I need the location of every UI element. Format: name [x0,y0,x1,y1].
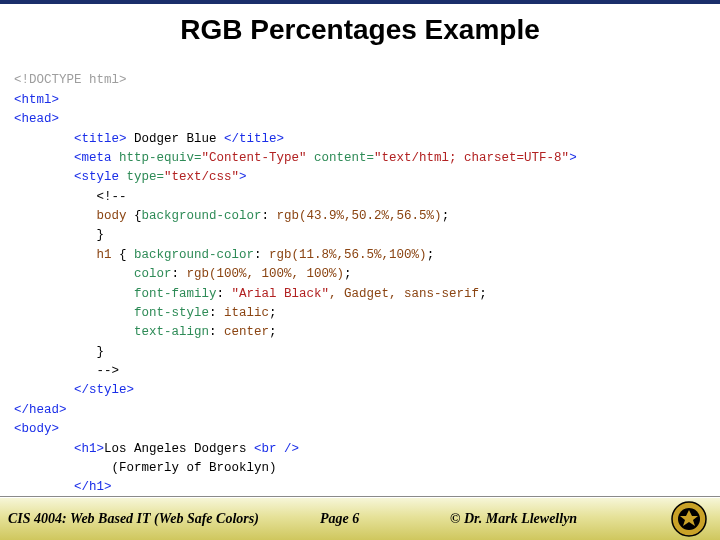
code-token: font-style [134,306,209,320]
ucf-logo-icon [664,499,714,539]
code-token: background-color [134,248,254,262]
code-token: > [569,151,577,165]
code-token: content= [307,151,375,165]
code-token: ; [269,325,277,339]
code-token: type= [119,170,164,184]
code-token: --> [97,364,120,378]
code-token: { [119,248,134,262]
code-token: </h1> [74,480,112,494]
code-token: http-equiv= [112,151,202,165]
code-token: italic [224,306,269,320]
code-token: ; [269,306,277,320]
code-token: sans-serif [404,287,479,301]
footer-author: © Dr. Mark Llewellyn [450,511,630,527]
code-token: <!DOCTYPE html> [14,73,127,87]
code-token: <style [74,170,119,184]
code-token: font-family [134,287,217,301]
code-token: ; [344,267,352,281]
code-token: <head> [14,112,59,126]
code-token: , Gadget, [329,287,404,301]
code-token: > [239,170,247,184]
code-token: (Formerly of Brooklyn) [112,461,277,475]
code-token: color [134,267,172,281]
code-token: rgb(11.8%,56.5%,100%) [269,248,427,262]
code-token: </head> [14,403,67,417]
code-token: background-color [142,209,262,223]
slide-title: RGB Percentages Example [0,4,720,52]
code-token: h1 [97,248,120,262]
code-token: : [209,325,224,339]
code-token: rgb(43.9%,50.2%,56.5%) [277,209,442,223]
code-token: body [97,209,135,223]
code-token: Los Angeles Dodgers [104,442,254,456]
code-token: } [97,345,105,359]
code-token: <!-- [97,190,127,204]
code-token: <br /> [254,442,299,456]
code-token: ; [427,248,435,262]
code-example: <!DOCTYPE html> <html> <head> <title> Do… [0,52,720,536]
code-token: { [134,209,142,223]
code-token: "Arial Black" [232,287,330,301]
code-token: Dodger Blue [127,132,225,146]
slide-footer: CIS 4004: Web Based IT (Web Safe Colors)… [0,496,720,540]
code-token: ; [442,209,450,223]
code-token: : [209,306,224,320]
code-token: "text/css" [164,170,239,184]
code-token: : [262,209,277,223]
code-token: "text/html; charset=UTF-8" [374,151,569,165]
code-token: ; [479,287,487,301]
code-token: : [217,287,232,301]
footer-course: CIS 4004: Web Based IT (Web Safe Colors) [0,511,320,527]
code-token: rgb(100%, 100%, 100%) [187,267,345,281]
code-token: <h1> [74,442,104,456]
code-token: </style> [74,383,134,397]
footer-page: Page 6 [320,511,450,527]
code-token: center [224,325,269,339]
code-token: : [172,267,187,281]
code-token: <title> [74,132,127,146]
code-token: <html> [14,93,59,107]
code-token: } [97,228,105,242]
code-token: : [254,248,269,262]
code-token: <meta [74,151,112,165]
code-token: text-align [134,325,209,339]
code-token: </title> [224,132,284,146]
code-token: <body> [14,422,59,436]
code-token: "Content-Type" [202,151,307,165]
